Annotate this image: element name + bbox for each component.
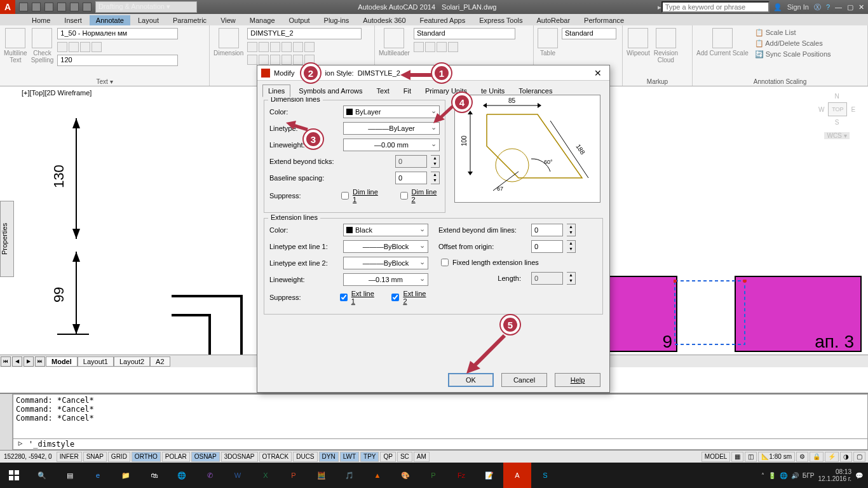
minimize-icon[interactable]: — <box>835 3 842 11</box>
ribbon-tab-insert[interactable]: Insert <box>58 15 88 25</box>
extline2-linetype-dropdown[interactable]: ——— ByBlock <box>343 257 428 269</box>
tray-language[interactable]: БГР <box>803 472 815 479</box>
dimline-extend-spinner[interactable]: ▲▼ <box>431 155 440 168</box>
clean-screen-icon[interactable]: ▢ <box>853 452 865 462</box>
ribbon-tab-plug-ins[interactable]: Plug-ins <box>318 15 356 25</box>
layout-tab-model[interactable]: Model <box>46 356 78 367</box>
status-toggle-dyn[interactable]: DYN <box>319 452 339 462</box>
status-toggle-otrack[interactable]: OTRACK <box>259 452 292 462</box>
dim-aligned-icon[interactable] <box>259 42 269 52</box>
ml-align-icon[interactable] <box>437 42 447 52</box>
layout-last-icon[interactable]: ⏭ <box>35 356 45 367</box>
dimension-button[interactable]: Dimension <box>214 28 243 65</box>
tray-network-icon[interactable]: 🌐 <box>780 472 787 479</box>
ribbon-tab-home[interactable]: Home <box>25 15 57 25</box>
exchange-icon[interactable]: Ⓧ <box>814 3 821 12</box>
qat-new-icon[interactable] <box>19 3 28 11</box>
find-icon[interactable] <box>57 42 67 52</box>
app-menu-icon[interactable]: A <box>0 0 15 14</box>
status-toggle-lwt[interactable]: LWT <box>340 452 359 462</box>
edge-icon[interactable]: e <box>84 463 112 488</box>
fixed-length-checkbox[interactable]: Fixed length extension lines <box>438 257 539 268</box>
status-toggle-infer[interactable]: INFER <box>57 452 82 462</box>
chrome-icon[interactable]: 🌐 <box>168 463 196 488</box>
multileader-button[interactable]: Multileader <box>379 28 410 57</box>
text-height-dropdown[interactable]: 120 <box>57 55 178 66</box>
status-toggle-snap[interactable]: SNAP <box>83 452 107 462</box>
dimline-linetype-dropdown[interactable]: ——— ByLayer <box>343 122 440 135</box>
fixed-length-input[interactable] <box>531 272 563 285</box>
extline-lineweight-dropdown[interactable]: — 0.13 mm <box>343 273 428 286</box>
ribbon-tab-view[interactable]: View <box>214 15 242 25</box>
check-spelling-button[interactable]: Check Spelling <box>31 28 54 66</box>
ribbon-tab-autodesk-360[interactable]: Autodesk 360 <box>356 15 412 25</box>
cmd-handle[interactable] <box>0 394 13 450</box>
layout-tab-a2[interactable]: A2 <box>150 356 170 367</box>
ribbon-tab-autorebar[interactable]: AutoRebar <box>530 15 576 25</box>
autocad-taskbar-icon[interactable]: A <box>503 463 531 488</box>
status-toggle-polar[interactable]: POLAR <box>162 452 190 462</box>
signin-icon[interactable]: 👤 <box>773 3 782 11</box>
wcs-dropdown[interactable]: WCS ▾ <box>824 132 849 139</box>
quickview-icon[interactable]: ◫ <box>745 452 757 462</box>
workspace-icon[interactable]: ⚙ <box>796 452 808 462</box>
dim-radius-icon[interactable] <box>293 42 303 52</box>
status-toggle-grid[interactable]: GRID <box>108 452 130 462</box>
help-icon[interactable]: ? <box>826 3 830 11</box>
field-icon[interactable] <box>92 42 102 52</box>
layout-tab-layout1[interactable]: Layout1 <box>78 356 114 367</box>
add-scale-button[interactable]: Add Current Scale <box>696 28 749 59</box>
qat-redo-icon[interactable] <box>83 3 92 11</box>
suppress-extline1-checkbox[interactable]: Ext line 1 <box>337 290 377 305</box>
mleader-style-dropdown[interactable]: Standard <box>414 28 515 39</box>
close-icon[interactable]: ✕ <box>858 3 864 11</box>
wipeout-button[interactable]: Wipeout <box>627 28 650 64</box>
media-icon[interactable]: 🎵 <box>336 463 363 488</box>
ribbon-tab-manage[interactable]: Manage <box>243 15 281 25</box>
scale-icon[interactable] <box>80 42 90 52</box>
ribbon-tab-performance[interactable]: Performance <box>578 15 630 25</box>
dialog-tab-fit[interactable]: Fit <box>398 85 417 97</box>
dim-ordinate-icon[interactable] <box>270 55 280 65</box>
dim-arc-icon[interactable] <box>281 42 292 52</box>
viber-icon[interactable]: ✆ <box>196 463 224 488</box>
extline1-linetype-dropdown[interactable]: ——— ByBlock <box>343 240 428 253</box>
maximize-icon[interactable]: ▢ <box>847 3 853 11</box>
dialog-tab-symbols-and-arrows[interactable]: Symbols and Arrows <box>293 85 368 97</box>
dialog-close-icon[interactable]: ✕ <box>590 68 606 78</box>
ribbon-tab-annotate[interactable]: Annotate <box>90 15 130 25</box>
dim-angular-icon[interactable] <box>270 42 280 52</box>
tray-notifications-icon[interactable]: 💬 <box>855 472 863 479</box>
dialog-tab-lines[interactable]: Lines <box>262 85 290 97</box>
workspace-dropdown[interactable]: Drafting & Annotation ▾ <box>95 1 197 13</box>
table-button[interactable]: Table <box>538 28 558 57</box>
extline-color-dropdown[interactable]: Black <box>343 224 428 236</box>
layout-tab-layout2[interactable]: Layout2 <box>114 356 150 367</box>
dim-linear-icon[interactable] <box>247 42 257 52</box>
status-toggle-3dosnap[interactable]: 3DOSNAP <box>221 452 258 462</box>
status-toggle-ortho[interactable]: ORTHO <box>132 452 161 462</box>
dimline-lineweight-dropdown[interactable]: — 0.00 mm <box>343 139 440 151</box>
skype-icon[interactable]: S <box>531 463 559 488</box>
dim-break-icon[interactable] <box>293 55 303 65</box>
suppress-dimline1-checkbox[interactable]: Dim line 1 <box>339 188 381 203</box>
revcloud-button[interactable]: Revision Cloud <box>654 28 678 64</box>
dimline-baseline-input[interactable] <box>395 172 427 184</box>
dimline-baseline-spinner[interactable]: ▲▼ <box>431 172 440 184</box>
search-icon[interactable]: 🔍 <box>28 463 56 488</box>
layout-next-icon[interactable]: ▶ <box>24 356 34 367</box>
offset-origin-spinner[interactable]: ▲▼ <box>567 240 576 253</box>
ribbon-tab-layout[interactable]: Layout <box>132 15 165 25</box>
excel-icon[interactable]: X <box>252 463 280 488</box>
suppress-dimline2-checkbox[interactable]: Dim line 2 <box>398 188 440 203</box>
tray-volume-icon[interactable]: 🔊 <box>791 472 799 479</box>
paint-icon[interactable]: 🎨 <box>391 463 419 488</box>
qat-save-icon[interactable] <box>44 3 53 11</box>
fixed-length-spinner[interactable]: ▲▼ <box>567 272 576 285</box>
ml-add-icon[interactable] <box>414 42 424 52</box>
calculator-icon[interactable]: 🧮 <box>308 463 336 488</box>
ribbon-tab-parametric[interactable]: Parametric <box>166 15 213 25</box>
word-icon[interactable]: W <box>224 463 252 488</box>
status-toggle-qp[interactable]: QP <box>380 452 395 462</box>
annotation-scale[interactable]: 📐 1:80 sm <box>758 452 795 462</box>
